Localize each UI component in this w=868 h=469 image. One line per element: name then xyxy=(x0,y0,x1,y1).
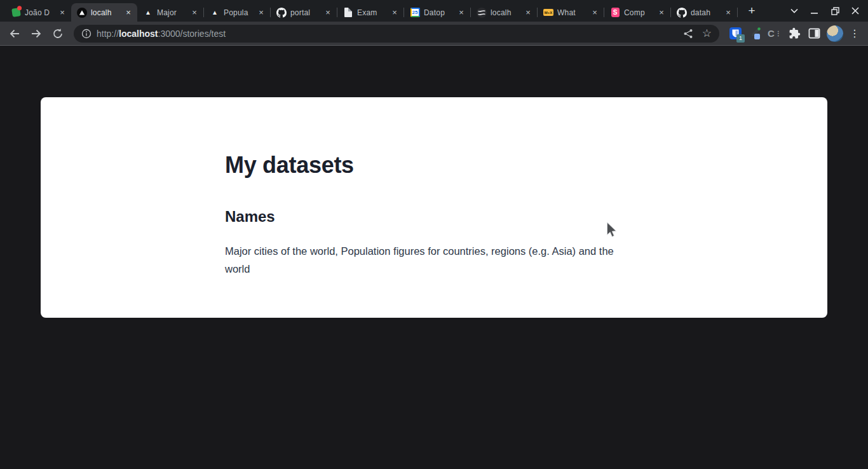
bookmark-star-icon[interactable]: ☆ xyxy=(702,27,712,40)
window-controls xyxy=(784,0,868,22)
github-icon xyxy=(677,8,687,18)
tab-joao[interactable]: João D × xyxy=(5,3,71,22)
tab-close-icon[interactable]: × xyxy=(723,8,733,18)
section-heading-names: Names xyxy=(225,208,637,226)
storybook-icon: S xyxy=(610,8,620,18)
tab-localhost-2[interactable]: localh × xyxy=(471,3,537,22)
tab-example[interactable]: Exam × xyxy=(337,3,403,22)
eyedropper-extension-icon[interactable] xyxy=(748,26,762,41)
tab-title: Popula xyxy=(224,8,252,17)
page-title: My datasets xyxy=(225,152,637,179)
tab-title: portal xyxy=(290,8,319,17)
github-icon xyxy=(276,8,287,18)
page-info-icon[interactable] xyxy=(81,29,92,39)
tab-title: Exam xyxy=(357,8,386,17)
address-bar[interactable]: http://localhost:3000/stories/test ☆ xyxy=(74,25,719,43)
tab-close-icon[interactable]: × xyxy=(57,8,67,18)
toolbar: http://localhost:3000/stories/test ☆ 1 C… xyxy=(0,22,868,46)
extensions-area: 1 C⋮ ⋮ xyxy=(726,25,863,42)
tab-strip: João D × localh × ▲ Major × ▲ Popula × xyxy=(0,0,868,22)
colorpick-extension-icon[interactable]: C⋮ xyxy=(768,26,782,41)
document-icon xyxy=(343,8,353,18)
tab-title: datah xyxy=(691,8,719,17)
tab-close-icon[interactable]: × xyxy=(323,8,333,18)
github-notification-icon xyxy=(11,8,21,18)
browser-menu-icon[interactable]: ⋮ xyxy=(849,27,860,39)
triangle-icon: ▲ xyxy=(143,8,153,18)
tab-components[interactable]: S Comp × xyxy=(604,3,670,22)
tab-title: João D xyxy=(25,8,53,17)
datasets-description: Major cities of the world, Population fi… xyxy=(225,242,637,278)
tab-close-icon[interactable]: × xyxy=(123,8,133,18)
tab-title: What xyxy=(557,8,586,17)
tab-close-icon[interactable]: × xyxy=(456,8,466,18)
tab-close-icon[interactable]: × xyxy=(256,8,266,18)
datasets-card: My datasets Names Major cities of the wo… xyxy=(41,97,827,318)
tab-title: localh xyxy=(91,8,119,17)
share-icon[interactable] xyxy=(683,29,693,39)
tab-title: localh xyxy=(491,8,519,17)
tab-separator xyxy=(737,8,738,17)
tab-title: Comp xyxy=(624,8,653,17)
bitwarden-extension-icon[interactable]: 1 xyxy=(728,26,742,41)
mdx-icon: M+X xyxy=(543,8,553,18)
url-text: http://localhost:3000/stories/test xyxy=(97,29,226,39)
minimize-button[interactable] xyxy=(804,1,825,20)
forward-button[interactable] xyxy=(27,24,46,43)
extensions-puzzle-icon[interactable] xyxy=(787,26,801,41)
tab-close-icon[interactable]: × xyxy=(656,8,667,18)
profile-avatar[interactable] xyxy=(827,25,843,42)
tab-close-icon[interactable]: × xyxy=(590,8,600,18)
vercel-icon xyxy=(77,8,87,18)
reload-button[interactable] xyxy=(48,24,67,43)
back-button[interactable] xyxy=(5,24,24,43)
tab-close-icon[interactable]: × xyxy=(523,8,533,18)
tab-close-icon[interactable]: × xyxy=(189,8,200,18)
tab-major[interactable]: ▲ Major × xyxy=(137,3,203,22)
tab-search-chevron-icon[interactable] xyxy=(784,1,804,20)
tab-datahub[interactable]: datah × xyxy=(671,3,737,22)
tab-portal[interactable]: portal × xyxy=(271,3,337,22)
tab-title: Major xyxy=(157,8,186,17)
bitwarden-badge: 1 xyxy=(736,34,745,43)
side-panel-icon[interactable] xyxy=(807,26,821,41)
mouse-cursor xyxy=(606,222,619,240)
tab-title: Datop xyxy=(424,8,452,17)
tab-datop[interactable]: 25 Datop × xyxy=(404,3,470,22)
tab-popula[interactable]: ▲ Popula × xyxy=(204,3,270,22)
tab-localhost-active[interactable]: localh × xyxy=(71,3,137,22)
close-window-button[interactable] xyxy=(845,1,865,20)
new-tab-button[interactable]: + xyxy=(743,2,761,20)
tab-close-icon[interactable]: × xyxy=(390,8,400,18)
globe-dark-icon xyxy=(477,8,487,18)
page-content: My datasets Names Major cities of the wo… xyxy=(0,46,868,469)
browser-window: João D × localh × ▲ Major × ▲ Popula × xyxy=(0,0,868,469)
google-calendar-icon: 25 xyxy=(410,8,420,18)
restore-button[interactable] xyxy=(825,1,845,20)
triangle-icon: ▲ xyxy=(210,8,220,18)
tab-what[interactable]: M+X What × xyxy=(538,3,604,22)
